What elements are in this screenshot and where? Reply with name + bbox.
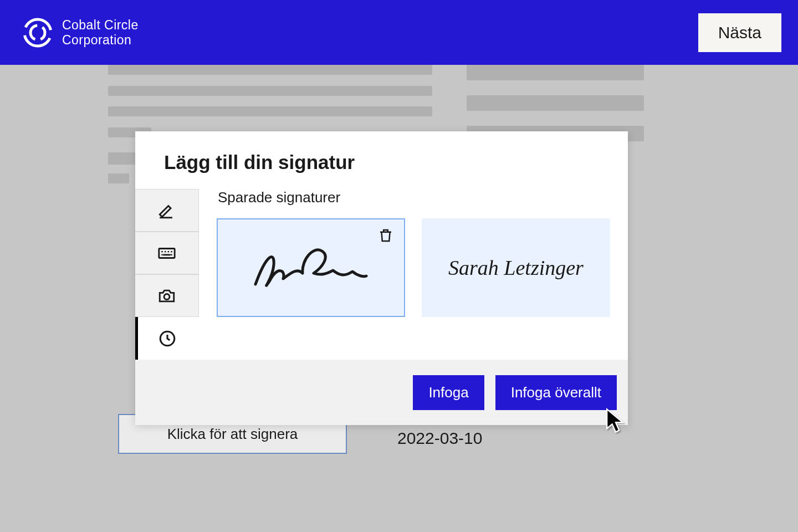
svg-point-1 xyxy=(30,25,45,40)
company-name: Cobalt Circle Corporation xyxy=(62,18,139,47)
insert-button[interactable]: Infoga xyxy=(413,375,484,410)
modal-footer: Infoga Infoga överallt xyxy=(135,360,628,425)
signature-placeholder-label: Klicka för att signera xyxy=(167,426,298,443)
logo: Cobalt Circle Corporation xyxy=(22,17,139,48)
modal-title: Lägg till din signatur xyxy=(135,131,628,189)
signature-option-drawn[interactable] xyxy=(217,218,405,317)
signature-method-tabs xyxy=(135,189,199,360)
signature-modal: Lägg till din signatur xyxy=(135,131,628,425)
app-header: Cobalt Circle Corporation Nästa xyxy=(0,0,798,65)
svg-rect-2 xyxy=(159,248,175,258)
camera-icon xyxy=(157,287,176,305)
draw-icon xyxy=(157,201,176,220)
company-logo-icon xyxy=(22,17,53,48)
document-date: 2022-03-10 xyxy=(397,429,482,448)
clock-icon xyxy=(158,329,177,348)
tab-draw[interactable] xyxy=(135,189,199,232)
tab-type[interactable] xyxy=(135,232,199,274)
insert-everywhere-button[interactable]: Infoga överallt xyxy=(495,375,617,410)
signature-option-typed[interactable]: Sarah Letzinger xyxy=(422,218,610,317)
delete-signature-button[interactable] xyxy=(377,227,394,246)
keyboard-icon xyxy=(157,244,176,263)
drawn-signature-image xyxy=(242,237,380,298)
next-button[interactable]: Nästa xyxy=(698,13,781,52)
tab-photo[interactable] xyxy=(135,274,199,317)
trash-icon xyxy=(377,227,394,244)
svg-point-3 xyxy=(164,294,170,299)
tab-history[interactable] xyxy=(135,317,199,360)
saved-signatures-label: Sparade signaturer xyxy=(217,189,610,206)
svg-point-0 xyxy=(24,19,51,46)
typed-signature-text: Sarah Letzinger xyxy=(448,255,584,280)
